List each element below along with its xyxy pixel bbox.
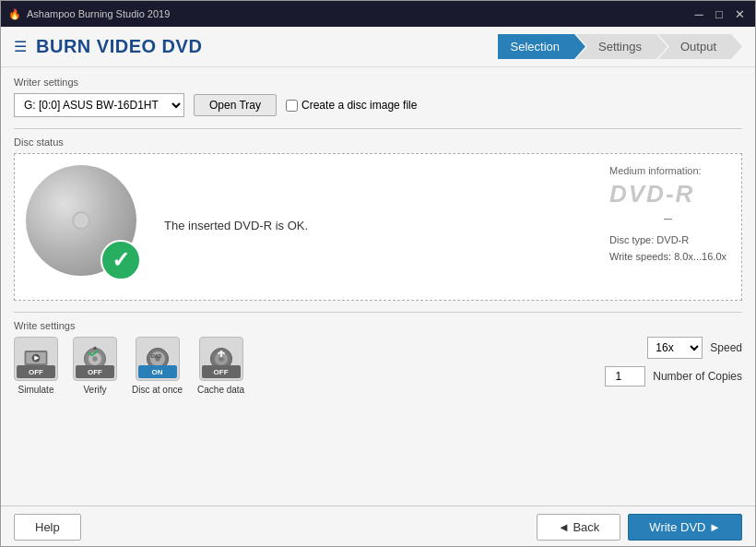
- tab-settings[interactable]: Settings: [576, 34, 667, 59]
- disc-image-checkbox-label[interactable]: Create a disc image file: [286, 99, 417, 112]
- page-title-area: ☰ BURN VIDEO DVD: [14, 36, 202, 57]
- disc-status-section: Disc status ✓ The inserted DVD-R is OK. …: [14, 137, 742, 301]
- disc-hole: [72, 211, 90, 230]
- verify-icon-box: OFF: [73, 337, 117, 381]
- cache-data-icon-box: OFF: [199, 337, 243, 381]
- cache-data-item[interactable]: OFF Cache data: [197, 337, 244, 395]
- copies-row: Number of Copies: [539, 366, 742, 386]
- disc-at-once-toggle: ON: [138, 365, 177, 378]
- footer: Help ◄ Back Write DVD ►: [1, 505, 755, 547]
- maximize-button[interactable]: □: [711, 6, 727, 22]
- medium-dvdr-label: DVD-R: [609, 180, 726, 208]
- write-speeds-label: Write speeds:: [609, 251, 671, 262]
- medium-details: Disc type: DVD-R Write speeds: 8.0x...16…: [609, 232, 726, 265]
- write-speeds-value: 8.0x...16.0x: [674, 251, 726, 262]
- simulate-toggle: OFF: [17, 365, 55, 378]
- header: ☰ BURN VIDEO DVD Selection Settings Outp…: [1, 27, 755, 67]
- verify-label: Verify: [83, 385, 106, 395]
- minimize-button[interactable]: ─: [691, 6, 707, 22]
- menu-icon[interactable]: ☰: [14, 38, 27, 55]
- tab-selection[interactable]: Selection: [498, 34, 585, 59]
- cache-data-toggle: OFF: [202, 365, 241, 378]
- main-container: ☰ BURN VIDEO DVD Selection Settings Outp…: [1, 27, 755, 547]
- titlebar-left: 🔥 Ashampoo Burning Studio 2019: [8, 8, 170, 20]
- titlebar-controls: ─ □ ✕: [691, 6, 748, 22]
- simulate-label: Simulate: [18, 385, 54, 395]
- nav-tabs: Selection Settings Output: [498, 34, 743, 59]
- speed-select[interactable]: 16x 8x 4x 2x 1x: [647, 337, 703, 359]
- speed-copies-panel: 16x 8x 4x 2x 1x Speed Number of Copies: [539, 337, 742, 386]
- verify-toggle: OFF: [76, 365, 114, 378]
- write-settings-label: Write settings: [14, 320, 742, 331]
- medium-info-label: Medium information:: [609, 165, 726, 176]
- simulate-item[interactable]: OFF Simulate: [14, 337, 58, 395]
- copies-input[interactable]: [605, 366, 645, 386]
- close-button[interactable]: ✕: [731, 6, 748, 22]
- svg-point-10: [93, 347, 97, 351]
- title-bar: 🔥 Ashampoo Burning Studio 2019 ─ □ ✕: [1, 1, 755, 27]
- disc-status-panel: ✓ The inserted DVD-R is OK. Medium infor…: [14, 153, 742, 301]
- disc-image-checkbox[interactable]: [286, 100, 298, 112]
- disc-status-label: Disc status: [14, 137, 742, 148]
- back-button[interactable]: ◄ Back: [537, 514, 620, 541]
- writer-settings-label: Writer settings: [14, 77, 742, 88]
- drive-select[interactable]: G: [0:0] ASUS BW-16D1HT: [14, 93, 184, 117]
- cache-data-label: Cache data: [197, 385, 244, 395]
- writer-row: G: [0:0] ASUS BW-16D1HT Open Tray Create…: [14, 93, 742, 117]
- disc-type-label: Disc type:: [609, 234, 654, 245]
- content-area: Writer settings G: [0:0] ASUS BW-16D1HT …: [1, 67, 755, 505]
- writer-settings-section: Writer settings G: [0:0] ASUS BW-16D1HT …: [14, 77, 742, 117]
- disc-graphic: ✓: [26, 165, 146, 285]
- divider-1: [14, 128, 742, 129]
- page-title: BURN VIDEO DVD: [36, 36, 202, 57]
- open-tray-button[interactable]: Open Tray: [194, 94, 277, 116]
- speed-label: Speed: [710, 341, 742, 354]
- disc-ok-checkmark: ✓: [100, 240, 141, 280]
- speed-row: 16x 8x 4x 2x 1x Speed: [539, 337, 742, 359]
- tab-output[interactable]: Output: [658, 34, 742, 59]
- write-settings-row: OFF Simulate: [14, 337, 742, 395]
- write-dvd-button[interactable]: Write DVD ►: [628, 514, 742, 541]
- medium-info: Medium information: DVD-R – Disc type: D…: [609, 165, 726, 265]
- disc-message: The inserted DVD-R is OK.: [164, 219, 308, 232]
- write-settings-section: Write settings: [14, 320, 742, 395]
- svg-point-9: [92, 356, 97, 361]
- icons-row: OFF Simulate: [14, 337, 539, 395]
- app-title: Ashampoo Burning Studio 2019: [27, 8, 170, 19]
- disc-at-once-label: Disc at once: [132, 385, 183, 395]
- app-icon: 🔥: [8, 8, 21, 20]
- footer-right: ◄ Back Write DVD ►: [537, 514, 742, 541]
- disc-type-value: DVD-R: [656, 234, 689, 245]
- divider-2: [14, 312, 742, 313]
- copies-label: Number of Copies: [653, 370, 742, 383]
- disc-at-once-icon-box: DAD ON: [136, 337, 180, 381]
- simulate-icon-box: OFF: [14, 337, 58, 381]
- verify-item[interactable]: OFF Verify: [73, 337, 117, 395]
- medium-dash: –: [609, 210, 726, 227]
- svg-text:DAD: DAD: [150, 353, 161, 359]
- disc-at-once-item[interactable]: DAD ON Disc at once: [132, 337, 183, 395]
- help-button[interactable]: Help: [14, 514, 81, 541]
